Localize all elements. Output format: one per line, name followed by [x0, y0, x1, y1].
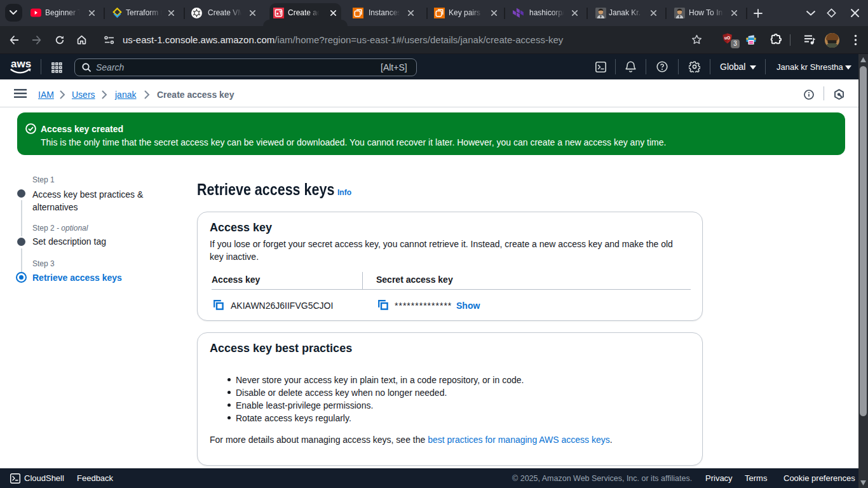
svg-text:uO: uO [724, 36, 730, 40]
